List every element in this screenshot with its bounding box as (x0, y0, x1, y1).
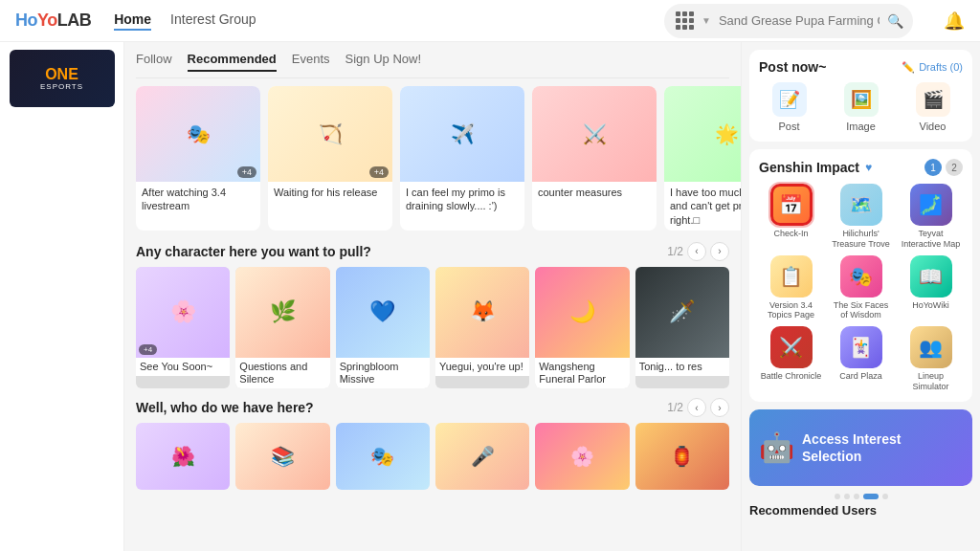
post-title-1: Waiting for his release (268, 182, 392, 203)
checkin-label: Check-In (773, 229, 808, 239)
lineup-icon: 👥 (910, 326, 952, 368)
tab-recommended[interactable]: Recommended (188, 52, 277, 72)
post-now-card: Post now~ ✏️ Drafts (0) 📝 Post 🖼️ Image … (749, 50, 972, 142)
gallery-title-2: Springbloom Missive (336, 358, 430, 388)
tab-events[interactable]: Events (292, 52, 330, 72)
post-image-2: ✈️ (400, 86, 524, 182)
section1-header: Any character here you want to pull? 1/2… (136, 242, 729, 261)
hoyowiki-icon: 📖 (910, 255, 952, 298)
notification-icon[interactable]: 🔔 (944, 11, 965, 32)
ad-one: ONE (45, 67, 78, 82)
section1-title: Any character here you want to pull? (136, 244, 371, 259)
bottom-item-0[interactable]: 🌺 (136, 423, 230, 490)
pdot-5[interactable] (882, 494, 888, 499)
pdot-4[interactable] (863, 494, 879, 499)
pdot-1[interactable] (835, 494, 840, 499)
section1-nav: 1/2 ‹ › (667, 242, 729, 261)
section2-nav: 1/2 ‹ › (667, 398, 729, 417)
bottom-item-4[interactable]: 🌸 (535, 423, 629, 490)
banner-text: Access Interest Selection (802, 430, 963, 465)
pdot-3[interactable] (854, 494, 859, 499)
section2: Well, who do we have here? 1/2 ‹ › 🌺 📚 🎭… (136, 398, 729, 490)
app-sixfaces[interactable]: 🎭 The Six Faces of Wisdom (829, 255, 893, 321)
app-card[interactable]: 🃏 Card Plaza (829, 326, 893, 392)
post-card-1[interactable]: 🏹 +4 Waiting for his release (268, 86, 392, 231)
app-hilichurl[interactable]: 🗺️ Hilichurls' Treasure Trove (829, 184, 893, 250)
right-sidebar: Post now~ ✏️ Drafts (0) 📝 Post 🖼️ Image … (741, 42, 980, 551)
tab-follow[interactable]: Follow (136, 52, 172, 72)
lineup-label: Lineup Simulator (899, 371, 963, 392)
genshin-page-2[interactable]: 2 (946, 159, 963, 176)
search-icon[interactable]: 🔍 (887, 13, 903, 29)
bottom-item-5[interactable]: 🏮 (635, 423, 729, 490)
nav-home[interactable]: Home (114, 11, 151, 31)
post-action-image[interactable]: 🖼️ Image (844, 82, 879, 132)
ad-esports: ESPORTS (40, 82, 83, 91)
section2-next[interactable]: › (710, 398, 729, 417)
post-card-3[interactable]: ⚔️ counter measures (532, 86, 657, 231)
genshin-header: Genshin Impact ♥ 1 2 (759, 159, 963, 176)
post-video-icon: 🎬 (916, 82, 950, 117)
post-video-label: Video (920, 121, 947, 132)
post-title-3: counter measures (532, 182, 657, 203)
drafts-label: Drafts (0) (919, 61, 963, 73)
gallery-title-1: Questions and Silence (235, 358, 329, 388)
nav-interest-group[interactable]: Interest Group (170, 11, 256, 31)
logo[interactable]: HoYoLAB (15, 11, 91, 31)
search-input[interactable] (719, 13, 880, 28)
hoyowiki-label: HoYoWiki (912, 300, 949, 311)
gallery-item-0[interactable]: 🌸+4 See You Soon~ (136, 267, 230, 388)
search-bar[interactable]: ▼ 🔍 (664, 4, 913, 38)
post-now-header: Post now~ ✏️ Drafts (0) (759, 59, 963, 75)
app-lineup[interactable]: 👥 Lineup Simulator (899, 326, 963, 392)
ad-banner[interactable]: ONE ESPORTS (10, 50, 115, 107)
tab-signup[interactable]: Sign Up Now! (345, 52, 421, 72)
post-card-2[interactable]: ✈️ I can feel my primo is draining slowl… (400, 86, 524, 231)
battle-label: Battle Chronicle (761, 371, 822, 382)
section1-prev[interactable]: ‹ (687, 242, 706, 261)
teyvat-label: Teyvat Interactive Map (899, 229, 963, 250)
post-title-2: I can feel my primo is draining slowly..… (400, 182, 524, 217)
app-checkin[interactable]: 📅 Check-In (759, 184, 823, 250)
pagination-dots (749, 494, 972, 499)
post-title-4: I have too much ships and can't get prio… (664, 182, 741, 231)
main-content: Follow Recommended Events Sign Up Now! 🎭… (124, 42, 741, 551)
left-sidebar: ONE ESPORTS (0, 42, 124, 551)
drafts-button[interactable]: ✏️ Drafts (0) (902, 61, 963, 74)
post-image-4: 🌟 (664, 86, 741, 182)
app-teyvat[interactable]: 🗾 Teyvat Interactive Map (899, 184, 963, 250)
post-now-title: Post now~ (759, 59, 826, 75)
pdot-2[interactable] (844, 494, 850, 499)
bottom-item-1[interactable]: 📚 (235, 423, 329, 490)
post-action-post[interactable]: 📝 Post (772, 82, 807, 132)
post-image-label: Image (846, 121, 876, 132)
gallery-item-2[interactable]: 💙 Springbloom Missive (336, 267, 430, 388)
gallery-title-4: Wangsheng Funeral Parlor (535, 358, 629, 388)
post-card-4[interactable]: 🌟 +2 I have too much ships and can't get… (664, 86, 741, 231)
post-action-video[interactable]: 🎬 Video (916, 82, 950, 132)
genshin-page-1[interactable]: 1 (924, 159, 942, 176)
post-badge-0: +4 (237, 166, 256, 178)
post-card-0[interactable]: 🎭 +4 After watching 3.4 livestream (136, 86, 260, 231)
bottom-item-2[interactable]: 🎭 (336, 423, 430, 490)
gallery-item-5[interactable]: 🗡️ Tonig... to res (635, 267, 729, 388)
genshin-card: Genshin Impact ♥ 1 2 📅 Check-In 🗺️ Hilic… (749, 149, 972, 402)
bottom-grid: 🌺 📚 🎭 🎤 🌸 🏮 (136, 423, 729, 490)
teyvat-icon: 🗾 (910, 184, 952, 226)
gallery-item-4[interactable]: 🌙 Wangsheng Funeral Parlor (535, 267, 629, 388)
access-interest-banner[interactable]: 🤖 Access Interest Selection (749, 409, 972, 486)
bottom-item-3[interactable]: 🎤 (435, 423, 529, 490)
app-battle[interactable]: ⚔️ Battle Chronicle (759, 326, 823, 392)
section1-pages: 1/2 (667, 245, 683, 258)
grid-icon[interactable] (676, 8, 694, 34)
gallery-item-1[interactable]: 🌿 Questions and Silence (235, 267, 329, 388)
post-post-label: Post (778, 121, 799, 132)
section2-prev[interactable]: ‹ (687, 398, 706, 417)
gallery-title-3: Yuegui, you're up! (435, 358, 529, 376)
app-grid: 📅 Check-In 🗺️ Hilichurls' Treasure Trove… (759, 184, 963, 392)
gallery-item-3[interactable]: 🦊 Yuegui, you're up! (435, 267, 529, 388)
app-hoyowiki[interactable]: 📖 HoYoWiki (899, 255, 963, 321)
banner-mascot: 🤖 (759, 430, 794, 464)
section1-next[interactable]: › (710, 242, 729, 261)
app-version[interactable]: 📋 Version 3.4 Topics Page (759, 255, 823, 321)
